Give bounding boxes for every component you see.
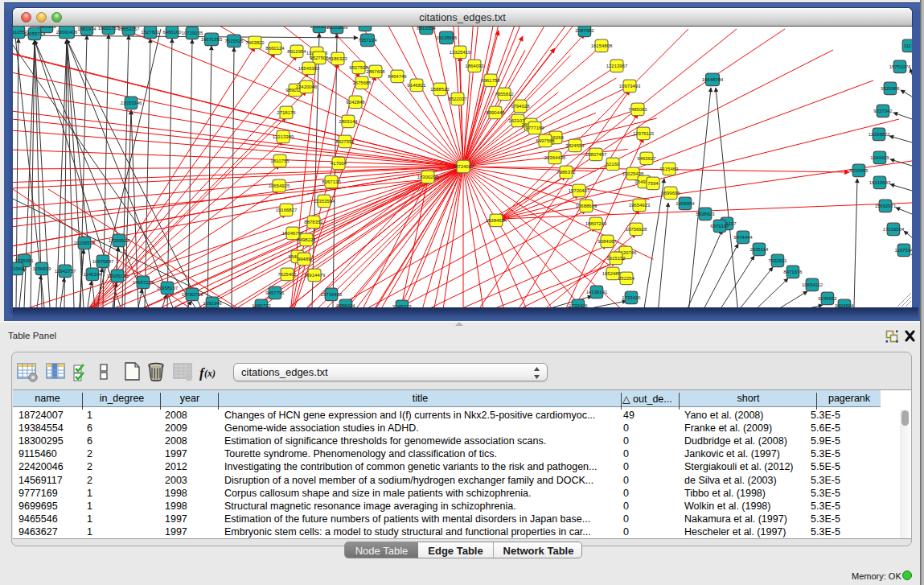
svg-text:1588520: 1588520 bbox=[430, 87, 450, 92]
svg-text:1527602: 1527602 bbox=[141, 30, 160, 35]
svg-text:8215955: 8215955 bbox=[849, 168, 869, 173]
svg-text:1244419: 1244419 bbox=[870, 155, 889, 160]
svg-text:12905135: 12905135 bbox=[107, 274, 129, 278]
svg-text:16671355: 16671355 bbox=[201, 37, 223, 42]
svg-text:8267130: 8267130 bbox=[322, 179, 341, 184]
svg-text:9115460: 9115460 bbox=[660, 167, 680, 171]
svg-text:9777169: 9777169 bbox=[525, 126, 544, 130]
svg-text:16543382: 16543382 bbox=[298, 66, 320, 71]
svg-text:1733426: 1733426 bbox=[569, 303, 588, 307]
svg-text:1881974: 1881974 bbox=[77, 27, 97, 31]
svg-text:8813054: 8813054 bbox=[417, 27, 436, 31]
svg-text:2935114: 2935114 bbox=[750, 247, 770, 252]
svg-text:19218506: 19218506 bbox=[436, 35, 458, 40]
svg-text:5498222: 5498222 bbox=[297, 237, 316, 242]
svg-text:6466160: 6466160 bbox=[162, 30, 182, 35]
svg-text:1409954: 1409954 bbox=[676, 201, 695, 206]
svg-text:20206538: 20206538 bbox=[74, 241, 96, 245]
svg-text:1145194: 1145194 bbox=[84, 272, 103, 277]
svg-text:1733426: 1733426 bbox=[622, 295, 641, 300]
svg-text:7485063: 7485063 bbox=[628, 107, 647, 112]
svg-text:20364436: 20364436 bbox=[544, 155, 566, 160]
svg-text:13325419: 13325419 bbox=[450, 50, 471, 55]
svg-text:9245013: 9245013 bbox=[392, 304, 412, 307]
svg-text:10654925: 10654925 bbox=[269, 183, 290, 188]
svg-text:417004: 417004 bbox=[331, 161, 347, 166]
svg-text:1065733: 1065733 bbox=[252, 303, 271, 307]
svg-text:8427552: 8427552 bbox=[335, 139, 355, 144]
svg-text:9084067: 9084067 bbox=[598, 239, 617, 244]
svg-text:8912954: 8912954 bbox=[287, 49, 306, 54]
svg-text:7632621: 7632621 bbox=[768, 258, 787, 263]
svg-text:9245652: 9245652 bbox=[818, 296, 837, 301]
svg-text:9457791: 9457791 bbox=[265, 290, 285, 295]
svg-text:10975887: 10975887 bbox=[92, 259, 114, 264]
svg-text:10688609: 10688609 bbox=[576, 204, 598, 208]
svg-text:9227342: 9227342 bbox=[873, 109, 893, 113]
svg-text:15720407: 15720407 bbox=[569, 188, 590, 193]
svg-text:19384554: 19384554 bbox=[486, 218, 507, 223]
svg-text:6794028: 6794028 bbox=[511, 104, 530, 109]
svg-text:15692971: 15692971 bbox=[875, 204, 897, 208]
svg-text:10973493: 10973493 bbox=[619, 84, 641, 89]
svg-text:1615152: 1615152 bbox=[606, 256, 626, 261]
svg-text:3919604: 3919604 bbox=[13, 266, 27, 271]
svg-text:19166827: 19166827 bbox=[276, 208, 298, 212]
svg-text:8471676: 8471676 bbox=[783, 270, 803, 274]
svg-text:10958107: 10958107 bbox=[157, 286, 179, 290]
svg-text:8454749: 8454749 bbox=[388, 74, 407, 79]
svg-text:12213389: 12213389 bbox=[273, 134, 294, 139]
svg-text:9527506: 9527506 bbox=[310, 56, 329, 60]
svg-text:12353594: 12353594 bbox=[314, 199, 335, 204]
svg-text:7625402: 7625402 bbox=[277, 272, 297, 277]
svg-text:10654112: 10654112 bbox=[802, 282, 823, 287]
svg-text:3824554: 3824554 bbox=[565, 143, 585, 148]
svg-text:9474444: 9474444 bbox=[733, 235, 753, 240]
svg-text:21053346: 21053346 bbox=[121, 101, 142, 105]
svg-text:10853257: 10853257 bbox=[118, 27, 140, 31]
svg-text:1292346: 1292346 bbox=[203, 301, 222, 306]
svg-text:10719155: 10719155 bbox=[182, 31, 203, 35]
svg-text:15716485: 15716485 bbox=[321, 292, 343, 297]
svg-text:7663822: 7663822 bbox=[245, 40, 265, 45]
svg-text:14055714: 14055714 bbox=[24, 31, 46, 36]
svg-text:17016504: 17016504 bbox=[883, 227, 905, 232]
svg-text:16782759: 16782759 bbox=[182, 292, 203, 297]
svg-text:3675685: 3675685 bbox=[352, 80, 372, 85]
svg-text:9529966: 9529966 bbox=[881, 86, 900, 91]
svg-text:17957225: 17957225 bbox=[133, 280, 154, 285]
svg-text:7955812: 7955812 bbox=[495, 92, 514, 97]
svg-text:9699695: 9699695 bbox=[661, 191, 680, 196]
svg-text:9242848: 9242848 bbox=[346, 100, 365, 105]
svg-text:10756928: 10756928 bbox=[626, 227, 647, 232]
svg-text:16648784: 16648784 bbox=[702, 77, 724, 82]
svg-text:8660124: 8660124 bbox=[265, 46, 285, 51]
svg-text:1810755: 1810755 bbox=[270, 159, 290, 163]
svg-text:16033809: 16033809 bbox=[326, 27, 348, 30]
svg-text:16021753: 16021753 bbox=[98, 27, 120, 31]
svg-text:15751074: 15751074 bbox=[889, 64, 911, 69]
svg-text:6497568: 6497568 bbox=[536, 138, 555, 143]
svg-text:1117: 1117 bbox=[904, 43, 912, 48]
svg-text:14136141: 14136141 bbox=[586, 290, 608, 295]
svg-text:7986372: 7986372 bbox=[556, 170, 576, 175]
svg-text:8186323: 8186323 bbox=[328, 56, 347, 61]
svg-text:6879197: 6879197 bbox=[710, 224, 729, 229]
svg-text:8522037: 8522037 bbox=[448, 97, 467, 101]
svg-text:12213967: 12213967 bbox=[606, 64, 628, 68]
svg-text:16210643: 16210643 bbox=[869, 180, 891, 185]
svg-text:7594: 7594 bbox=[647, 181, 659, 186]
svg-text:2087682: 2087682 bbox=[575, 28, 594, 33]
svg-text:8878352: 8878352 bbox=[304, 220, 323, 225]
svg-text:1864093: 1864093 bbox=[465, 64, 484, 68]
svg-text:12942757: 12942757 bbox=[55, 269, 76, 274]
svg-text:9146821: 9146821 bbox=[407, 83, 426, 88]
svg-text:7515526: 7515526 bbox=[224, 39, 244, 43]
svg-text:18807249: 18807249 bbox=[585, 221, 607, 226]
svg-text:2867608: 2867608 bbox=[366, 69, 385, 74]
svg-text:8990448: 8990448 bbox=[486, 110, 505, 115]
svg-text:19654923: 19654923 bbox=[629, 203, 651, 208]
svg-text:(x): (x) bbox=[204, 368, 216, 379]
svg-text:62160: 62160 bbox=[606, 162, 620, 167]
svg-text:16154808: 16154808 bbox=[591, 43, 613, 48]
